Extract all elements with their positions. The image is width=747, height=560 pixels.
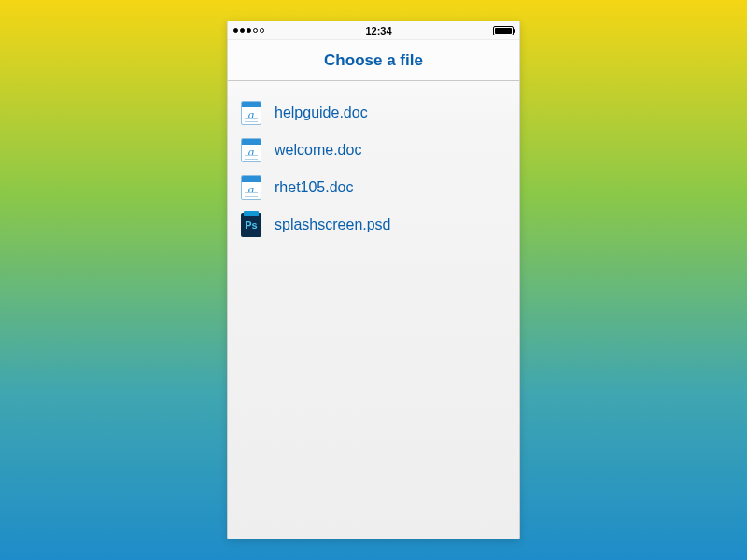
battery-icon [493, 26, 514, 35]
file-row[interactable]: Ps splashscreen.psd [235, 206, 512, 244]
doc-file-icon: a [241, 101, 261, 125]
signal-dots-icon [233, 28, 264, 33]
doc-file-icon: a [241, 175, 261, 200]
signal-indicator [233, 28, 264, 33]
status-bar: 12:34 [228, 21, 519, 40]
file-name: helpguide.doc [275, 105, 368, 121]
file-name: welcome.doc [275, 142, 361, 159]
nav-header: Choose a file [228, 40, 519, 81]
file-list[interactable]: a helpguide.doc a welcome.doc a rhet105.… [228, 81, 519, 539]
doc-file-icon: a [241, 138, 261, 162]
status-time: 12:34 [365, 25, 391, 36]
file-row[interactable]: a helpguide.doc [235, 94, 512, 132]
file-name: splashscreen.psd [275, 217, 391, 233]
psd-file-icon: Ps [241, 213, 261, 237]
file-row[interactable]: a rhet105.doc [235, 169, 512, 206]
phone-frame: 12:34 Choose a file a helpguide.doc a we… [227, 21, 520, 539]
page-title: Choose a file [324, 51, 423, 70]
file-name: rhet105.doc [275, 179, 354, 196]
file-row[interactable]: a welcome.doc [235, 132, 512, 169]
battery-indicator [493, 26, 514, 35]
